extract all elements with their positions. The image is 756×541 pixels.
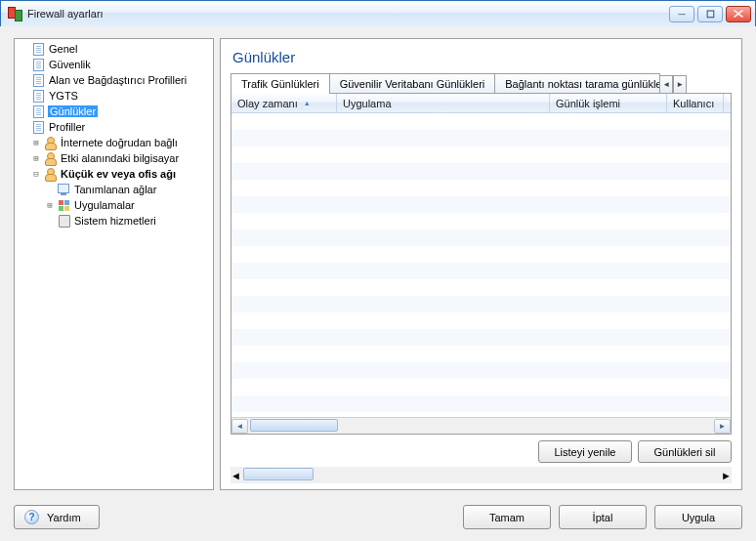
titlebar: Firewall ayarları ─ ☐ [1, 1, 755, 27]
doc-icon [30, 104, 46, 118]
sidebar-item-7[interactable]: ⊞Etki alanındaki bilgisayar [17, 150, 213, 166]
tab-scroll-left[interactable]: ◄ [659, 75, 673, 93]
doc-icon [30, 42, 46, 56]
tree-expander[interactable]: ⊟ [30, 169, 42, 179]
sidebar-item-label: Alan ve Bağdaştırıcı Profilleri [48, 74, 188, 86]
tree-expander[interactable]: ⊞ [30, 138, 42, 147]
apply-button[interactable]: Uygula [654, 505, 742, 529]
ok-button[interactable]: Tamam [463, 505, 551, 529]
sidebar-item-1[interactable]: Güvenlik [17, 57, 213, 72]
tree-expander[interactable]: ⊞ [44, 200, 56, 210]
sort-asc-icon: ▲ [304, 100, 311, 106]
tab-label: Güvenilir Veritabanı Günlükleri [340, 78, 485, 90]
sidebar-tree: GenelGüvenlikAlan ve Bağdaştırıcı Profil… [14, 38, 214, 490]
sidebar-item-label: YGTS [48, 90, 79, 102]
net-icon [56, 183, 71, 196]
column-header-2[interactable]: Günlük işlemi [550, 94, 667, 112]
window-controls: ─ ☐ [669, 6, 751, 22]
tree-expander[interactable]: ⊞ [30, 153, 42, 163]
user-icon [42, 136, 58, 149]
panel-scroll-right-button[interactable]: ► [721, 470, 732, 481]
sidebar-item-label: Etki alanındaki bilgisayar [60, 152, 180, 164]
sidebar-item-label: Profiller [48, 121, 86, 133]
apply-label: Uygula [682, 512, 715, 523]
sidebar-item-2[interactable]: Alan ve Bağdaştırıcı Profilleri [17, 72, 213, 88]
column-header-3[interactable]: Kullanıcı [667, 94, 724, 112]
sidebar-item-label: İnternete doğrudan bağlı [60, 137, 179, 148]
close-button[interactable] [726, 6, 751, 22]
main-panel: Günlükler Trafik GünlükleriGüvenilir Ver… [220, 38, 742, 490]
tab-1[interactable]: Güvenilir Veritabanı Günlükleri [329, 73, 496, 93]
sidebar-item-label: Günlükler [48, 105, 98, 117]
tabstrip: Trafik GünlükleriGüvenilir Veritabanı Gü… [231, 73, 732, 94]
app-icon [7, 6, 22, 21]
sidebar-item-9[interactable]: Tanımlanan ağlar [17, 182, 213, 197]
app-icon [56, 198, 71, 212]
sidebar-item-4[interactable]: Günlükler [17, 104, 213, 119]
help-button[interactable]: ? Yardım [14, 505, 100, 529]
window-title: Firewall ayarları [27, 8, 104, 20]
tab-label: Trafik Günlükleri [241, 78, 319, 90]
grid-header: Olay zamanı▲UygulamaGünlük işlemiKullanı… [231, 94, 731, 113]
column-header-1[interactable]: Uygulama [337, 94, 550, 112]
sidebar-item-0[interactable]: Genel [17, 41, 213, 57]
sidebar-item-label: Uygulamalar [73, 199, 136, 211]
minimize-button[interactable]: ─ [669, 6, 694, 22]
maximize-button[interactable]: ☐ [697, 6, 723, 22]
tab-label: Bağlantı noktası tarama günlükleri [505, 78, 660, 90]
sidebar-item-label: Tanımlanan ağlar [73, 184, 157, 195]
sidebar-item-11[interactable]: Sistem hizmetleri [17, 213, 213, 229]
help-label: Yardım [47, 512, 81, 523]
column-header-label: Uygulama [343, 98, 392, 109]
doc-icon [30, 120, 46, 134]
tab-scroll-right[interactable]: ► [673, 75, 687, 93]
scroll-track[interactable] [248, 419, 714, 434]
doc-icon [30, 73, 46, 87]
panel-h-scrollbar[interactable]: ◄ ► [231, 467, 732, 483]
clear-logs-button[interactable]: Günlükleri sil [638, 440, 732, 463]
sidebar-item-label: Sistem hizmetleri [73, 215, 157, 227]
doc-icon [30, 58, 46, 71]
log-grid: Olay zamanı▲UygulamaGünlük işlemiKullanı… [231, 94, 732, 435]
sidebar-item-6[interactable]: ⊞İnternete doğrudan bağlı [17, 135, 213, 150]
panel-scroll-track[interactable] [241, 468, 721, 482]
tab-0[interactable]: Trafik Günlükleri [231, 73, 330, 94]
refresh-list-button[interactable]: Listeyi yenile [538, 440, 632, 463]
sidebar-item-label: Küçük ev veya ofis ağı [60, 168, 177, 180]
scroll-right-button[interactable]: ► [714, 419, 731, 434]
page-title: Günlükler [232, 49, 732, 65]
help-icon: ? [24, 510, 39, 524]
grid-body[interactable] [231, 113, 731, 417]
scroll-left-button[interactable]: ◄ [231, 419, 248, 434]
user-icon [42, 151, 58, 165]
sidebar-item-label: Güvenlik [48, 59, 92, 70]
scroll-thumb[interactable] [250, 419, 338, 432]
doc-icon [30, 89, 46, 103]
svc-icon [56, 214, 71, 228]
ok-label: Tamam [489, 512, 525, 523]
sidebar-item-3[interactable]: YGTS [17, 88, 213, 104]
column-header-label: Olay zamanı [237, 98, 298, 109]
cancel-label: İptal [593, 512, 613, 523]
grid-h-scrollbar[interactable]: ◄ ► [231, 417, 731, 434]
refresh-list-label: Listeyi yenile [555, 446, 616, 458]
panel-scroll-thumb[interactable] [243, 468, 314, 480]
panel-scroll-left-button[interactable]: ◄ [231, 470, 241, 481]
clear-logs-label: Günlükleri sil [654, 446, 716, 458]
dialog-footer: ? Yardım Tamam İptal Uygula [14, 505, 742, 529]
sidebar-item-5[interactable]: Profiller [17, 119, 213, 135]
sidebar-item-label: Genel [48, 43, 78, 55]
sidebar-item-8[interactable]: ⊟Küçük ev veya ofis ağı [17, 166, 213, 182]
column-header-label: Günlük işlemi [556, 98, 620, 109]
column-header-0[interactable]: Olay zamanı▲ [231, 94, 337, 112]
cancel-button[interactable]: İptal [559, 505, 647, 529]
column-header-label: Kullanıcı [673, 98, 714, 109]
tab-2[interactable]: Bağlantı noktası tarama günlükleri [494, 73, 660, 93]
sidebar-item-10[interactable]: ⊞Uygulamalar [17, 197, 213, 213]
user-icon [42, 167, 58, 181]
